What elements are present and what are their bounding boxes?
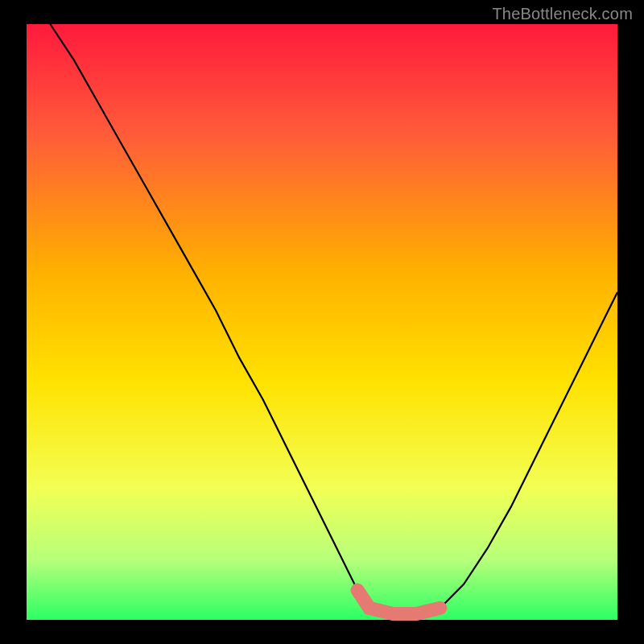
watermark-text: TheBottleneck.com <box>492 5 633 23</box>
gradient-background <box>27 24 617 620</box>
chart-container: TheBottleneck.com <box>0 0 644 644</box>
bottleneck-curve-chart <box>0 0 644 644</box>
